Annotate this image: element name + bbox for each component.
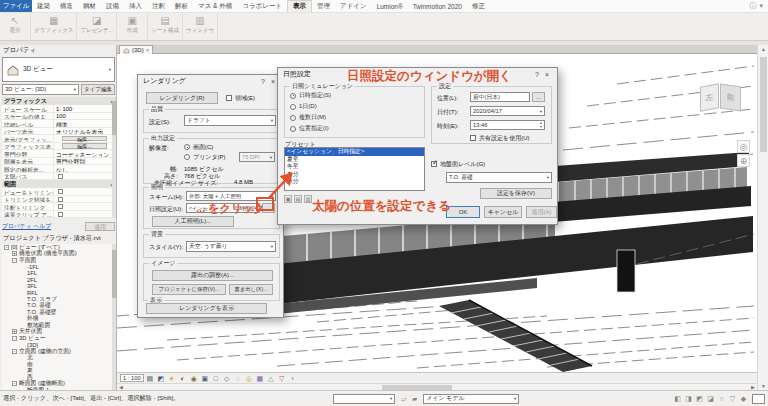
collapse-bar-icon[interactable]: ‹ bbox=[288, 374, 298, 383]
crop-region-icon[interactable]: □ bbox=[211, 374, 221, 383]
underlay-select-icon[interactable]: ◩ bbox=[695, 394, 704, 403]
delete-preset-icon[interactable]: ▥ bbox=[304, 195, 312, 203]
ribbon-panel-1[interactable]: ▦グラフィックス bbox=[31, 13, 77, 40]
radio-button[interactable] bbox=[290, 104, 296, 110]
collapse-icon[interactable]: - bbox=[12, 336, 17, 341]
view-selector[interactable]: 3D ビュー: {3D} ▾ bbox=[2, 84, 79, 95]
property-checkbox[interactable] bbox=[58, 197, 63, 202]
ribbon-tab-10[interactable]: 表示 bbox=[287, 0, 312, 12]
scrollbar-thumb[interactable] bbox=[112, 101, 116, 135]
render-dialog-icon[interactable]: ◉ bbox=[189, 374, 199, 383]
editable-only-icon[interactable]: ◧ bbox=[673, 394, 682, 403]
ribbon-panel-3[interactable]: ▣作成 bbox=[117, 13, 148, 40]
presets-list[interactable]: <インセッション、日時指定>夏至冬至春分秋分 bbox=[284, 147, 425, 191]
preset-item[interactable]: <インセッション、日時指定> bbox=[285, 148, 424, 156]
shared-settings-checkbox[interactable] bbox=[470, 135, 476, 141]
worksets-icon[interactable]: ▱ bbox=[399, 394, 408, 403]
collapse-icon[interactable]: - bbox=[12, 349, 17, 354]
spinner-icon[interactable]: ▴ ▾ bbox=[540, 121, 542, 129]
screen-radio[interactable] bbox=[184, 144, 190, 150]
horizontal-scrollbar[interactable]: ◀ ▶ bbox=[117, 383, 757, 390]
help-icon[interactable]: ? bbox=[258, 78, 268, 85]
export-button[interactable]: 書き出し(X)... bbox=[229, 284, 273, 295]
location-input[interactable]: 府中(日本) bbox=[470, 92, 530, 102]
property-checkbox[interactable] bbox=[58, 212, 63, 217]
scroll-down-icon[interactable]: ▼ bbox=[758, 382, 768, 390]
location-browse-button[interactable]: ... bbox=[532, 92, 545, 102]
chevron-down-icon[interactable]: ▾ bbox=[759, 2, 763, 10]
main-model-select[interactable]: メイン モデル ▾ bbox=[423, 394, 519, 404]
view-cube-left-face[interactable]: 左 bbox=[700, 83, 719, 111]
ribbon-tab-7[interactable]: 解析 bbox=[170, 0, 193, 12]
apply-button[interactable]: 適用(A) bbox=[526, 206, 557, 218]
vertical-scrollbar[interactable]: ▲ ▼ bbox=[757, 45, 768, 390]
edit-type-button[interactable]: タイプ編集 bbox=[81, 84, 115, 95]
sun-simulation-option[interactable]: 複数日(M) bbox=[285, 112, 424, 123]
property-value[interactable]: 1: 100 bbox=[54, 105, 115, 112]
ribbon-tab-15[interactable]: 修正 bbox=[467, 0, 490, 12]
detail-level-icon[interactable]: ▤ bbox=[145, 374, 155, 383]
cancel-button[interactable]: キャンセル bbox=[484, 206, 522, 218]
date-input[interactable]: 2020/04/17 ▾ bbox=[470, 106, 545, 116]
property-checkbox[interactable] bbox=[58, 204, 63, 209]
property-value[interactable]: コーディネーション bbox=[54, 150, 115, 157]
sun-simulation-option[interactable]: 位置指定(I) bbox=[285, 123, 424, 134]
lock-view-icon[interactable]: ◇ bbox=[222, 374, 232, 383]
expand-icon[interactable]: + bbox=[12, 251, 17, 256]
info-icon[interactable]: ⓘ bbox=[749, 1, 756, 11]
filter-icon[interactable]: ◆ bbox=[739, 394, 748, 403]
sun-simulation-option[interactable]: 1日(D) bbox=[285, 101, 424, 112]
show-rendering-button[interactable]: レンダリングを表示 bbox=[146, 303, 267, 314]
ribbon-tab-4[interactable]: 設備 bbox=[101, 0, 124, 12]
time-input[interactable]: 13:46 ▴ ▾ bbox=[470, 120, 545, 130]
region-checkbox[interactable] bbox=[226, 95, 232, 101]
dpi-select[interactable]: 75 DPI ▾ bbox=[239, 152, 275, 162]
properties-scrollbar[interactable] bbox=[112, 97, 116, 218]
property-value[interactable]: 100 bbox=[54, 113, 115, 120]
close-icon[interactable]: × bbox=[146, 47, 150, 53]
render-button[interactable]: レンダリング(R) bbox=[146, 92, 218, 104]
preset-item[interactable]: 夏至 bbox=[285, 156, 424, 164]
properties-section-header[interactable]: 範囲▴ bbox=[2, 180, 115, 188]
ribbon-tab-1[interactable]: 建築 bbox=[32, 0, 55, 12]
ok-button[interactable]: OK bbox=[446, 206, 480, 218]
select-by-face-icon[interactable]: ○ bbox=[717, 394, 726, 403]
property-value[interactable]: なし bbox=[54, 165, 115, 172]
property-value[interactable]: オリジナルを表示 bbox=[54, 128, 115, 135]
radio-button[interactable] bbox=[290, 115, 296, 121]
ribbon-panel-0[interactable]: ↖選択 bbox=[0, 13, 31, 40]
scrollbar-thumb[interactable] bbox=[112, 250, 116, 298]
close-icon[interactable]: × bbox=[542, 71, 552, 78]
collapse-icon[interactable]: - bbox=[12, 381, 17, 386]
ribbon-tab-11[interactable]: 管理 bbox=[312, 0, 335, 12]
ribbon-tab-6[interactable]: 注釈 bbox=[147, 0, 170, 12]
visual-style-icon[interactable]: ◩ bbox=[156, 374, 166, 383]
property-checkbox[interactable] bbox=[58, 174, 63, 179]
preset-item[interactable]: 秋分 bbox=[285, 178, 424, 186]
analytical-model-icon[interactable]: △ bbox=[266, 374, 276, 383]
ribbon-tab-5[interactable]: 挿入 bbox=[124, 0, 147, 12]
preset-item[interactable]: 春分 bbox=[285, 171, 424, 179]
property-value[interactable]: 標準 bbox=[54, 120, 115, 127]
scroll-up-icon[interactable]: ▲ bbox=[758, 45, 768, 53]
ribbon-panel-5[interactable]: ▥ウィンドウ bbox=[183, 13, 218, 40]
save-settings-button[interactable]: 設定を保存(V) bbox=[480, 188, 552, 199]
collapse-icon[interactable]: - bbox=[12, 258, 17, 263]
temporary-hide-icon[interactable]: ◌ bbox=[233, 374, 243, 383]
shadows-icon[interactable]: ◐ bbox=[178, 374, 188, 383]
view-cube[interactable]: 左 前 bbox=[700, 80, 746, 128]
property-edit-button[interactable]: 編集... bbox=[62, 143, 107, 149]
file-tab[interactable]: ファイル bbox=[0, 0, 32, 12]
pinned-select-icon[interactable]: ◪ bbox=[706, 394, 715, 403]
temporary-view-properties-icon[interactable]: ▦ bbox=[255, 374, 265, 383]
help-icon[interactable]: ? bbox=[532, 71, 542, 78]
spin-down-icon[interactable]: ▾ bbox=[540, 125, 542, 129]
status-input[interactable] bbox=[752, 394, 765, 404]
ribbon-tab-8[interactable]: マス & 外構 bbox=[193, 0, 237, 12]
property-edit-button[interactable]: 編集... bbox=[62, 136, 107, 142]
ribbon-panel-4[interactable]: ▤シート構成 bbox=[148, 13, 183, 40]
quality-select[interactable]: ドラフト ▾ bbox=[184, 115, 276, 126]
apply-button[interactable]: 適用 bbox=[85, 222, 115, 231]
printer-radio[interactable] bbox=[184, 154, 190, 160]
property-value[interactable]: 専門分野別 bbox=[54, 158, 115, 165]
